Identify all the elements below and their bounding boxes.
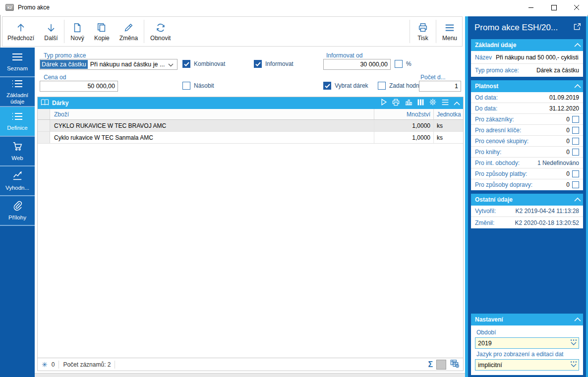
section-platnost: Platnost Od data: 01.09.2019 Do data: 31… [471, 80, 583, 190]
field-row: Změnil: K2 2020-02-18 13:20:52 [471, 217, 583, 228]
row-checkbox[interactable] [572, 149, 579, 156]
edit-button[interactable]: Změna [115, 17, 143, 46]
toolbar-separator [64, 20, 64, 43]
row-checkbox[interactable] [572, 116, 579, 123]
column-header-jednotka[interactable]: Jednotka [433, 109, 463, 119]
maximize-button[interactable] [542, 0, 565, 15]
grid-status-bar: ✳ 0 Počet záznamů: 2 Σ [38, 358, 463, 371]
sidebar-item-definice[interactable]: Definice [0, 107, 35, 137]
checkbox-box [182, 82, 190, 90]
detail-list-icon [11, 111, 24, 123]
combobox-rest-text: Při nákupu nad částku je ... [88, 61, 167, 68]
row-checkbox[interactable] [572, 138, 579, 145]
checkbox-box [254, 60, 262, 68]
chevron-down-icon [168, 60, 174, 69]
title-bar: K2 Promo akce [0, 0, 588, 15]
toolbar-separator [410, 20, 410, 43]
menu-button[interactable]: Menu [437, 17, 462, 46]
pocet-d-input[interactable] [419, 81, 461, 92]
section-header[interactable]: Nastavení [471, 314, 583, 325]
grid-menu-icon[interactable] [441, 99, 449, 108]
section-header[interactable]: Platnost [471, 80, 583, 92]
sidebar-item-vyhodnoceni[interactable]: Vyhodn... [0, 166, 35, 196]
flake-count: 0 [52, 361, 55, 368]
sidebar-item-seznam[interactable]: Seznam [0, 48, 35, 77]
panel-header: Promo akce ESH/20... [468, 16, 586, 39]
right-properties-panel: Promo akce ESH/20... Základní údaje Náze… [465, 16, 588, 377]
column-header-mnozstvi[interactable]: Množství [374, 109, 433, 119]
darky-grid-header: Dárky [38, 97, 463, 109]
toolbar-spacer [176, 17, 409, 46]
chevron-up-icon [574, 42, 581, 49]
sidebar-item-web[interactable]: Web [0, 137, 35, 166]
jazyk-label: Jazyk pro zobrazení a editaci dat [476, 351, 579, 358]
obdobi-label: Období [476, 329, 579, 336]
grid-empty-area [38, 144, 463, 358]
print-button[interactable]: Tisk [411, 17, 435, 46]
row-checkbox[interactable] [572, 170, 579, 177]
jazyk-dropdown[interactable]: implicitní [475, 359, 579, 371]
run-icon[interactable] [381, 99, 387, 108]
checkbox-box [395, 60, 403, 68]
table-row[interactable]: Cyklo rukavice W TEC Sanmala AMC 1,0000 … [38, 132, 463, 144]
nasobit-checkbox[interactable]: Násobit [182, 82, 214, 90]
informovat-od-input[interactable] [323, 59, 391, 70]
previous-button[interactable]: Předchozí [2, 17, 39, 46]
copy-table-plus-icon[interactable] [450, 359, 459, 370]
kombinovat-checkbox[interactable]: Kombinovat [182, 60, 225, 68]
record-count: Počet záznamů: 2 [63, 361, 111, 368]
typ-promo-akce-label: Typ promo akce [44, 52, 86, 59]
informovat-checkbox[interactable]: Informovat [254, 60, 294, 68]
zadat-hodnotu-checkbox[interactable]: Zadat hodn... [378, 82, 424, 90]
field-row: Pro způsoby platby: 0 [471, 168, 583, 179]
darky-grid-panel: Dárky Zboží Množství Jednotka [37, 97, 464, 371]
row-marker-column [38, 109, 50, 119]
hamburger-icon [444, 22, 456, 33]
section-zakladni-udaje: Základní údaje Název Při nákupu nad 50 0… [471, 39, 583, 77]
field-row: Do data: 31.12.2020 [471, 103, 583, 114]
section-ostatni-udaje: Ostatní údaje Vytvořil: K2 2019-04-24 11… [471, 194, 583, 228]
arrow-down-icon [46, 22, 57, 33]
print-grid-icon[interactable] [392, 99, 400, 108]
sidebar-item-prilohy[interactable]: Přílohy [0, 196, 35, 226]
chevron-up-icon [574, 316, 581, 323]
combobox-selected-text: Dárek za částku [40, 60, 88, 69]
chevron-up-icon [574, 196, 581, 203]
refresh-button[interactable]: Obnovit [145, 17, 176, 46]
sum-sigma-icon[interactable]: Σ [428, 360, 433, 369]
new-button[interactable]: Nový [65, 17, 89, 46]
toolbar-separator [144, 20, 144, 43]
gray-square-button[interactable] [436, 360, 446, 370]
row-marker [38, 132, 50, 143]
close-button[interactable] [565, 0, 588, 15]
columns-icon[interactable] [417, 99, 424, 108]
table-row[interactable]: CYKLO RUKAVICE W TEC BRAVOJ AMC 1,0000 k… [38, 120, 463, 132]
section-header[interactable]: Základní údaje [471, 39, 583, 51]
field-row: Pro cenové skupiny: 0 [471, 136, 583, 147]
row-checkbox[interactable] [572, 127, 579, 134]
minimize-button[interactable] [520, 0, 542, 15]
status-separator [59, 361, 59, 369]
typ-promo-akce-combobox[interactable]: Dárek za částku Při nákupu nad částku je… [40, 59, 177, 70]
field-row: Pro knihy: 0 [471, 147, 583, 158]
obdobi-dropdown[interactable]: 2019 [475, 337, 579, 349]
main-content: Typ promo akce Dárek za částku Při nákup… [35, 48, 465, 377]
percent-checkbox[interactable]: % [395, 60, 412, 68]
row-marker [38, 120, 50, 131]
toolbar-separator [436, 20, 436, 43]
cena-od-input[interactable] [40, 81, 118, 92]
open-external-icon[interactable] [573, 23, 581, 33]
vybrat-darek-checkbox[interactable]: Vybrat dárek [323, 82, 368, 90]
horizontal-scroll-area[interactable] [35, 373, 465, 377]
row-checkbox[interactable] [572, 181, 579, 188]
next-button[interactable]: Další [39, 17, 63, 46]
column-header-zbozi[interactable]: Zboží [50, 111, 374, 118]
sidebar-item-zakladni-udaje[interactable]: Základní údaje [0, 77, 35, 107]
bar-chart-icon[interactable] [405, 99, 412, 108]
field-row: Typ promo akce: Dárek za částku [471, 64, 583, 77]
copy-button[interactable]: Kopie [89, 17, 115, 46]
panel-title: Promo akce ESH/20... [474, 23, 573, 33]
settings-gear-icon[interactable] [429, 98, 437, 108]
collapse-chevron-icon[interactable] [454, 99, 460, 108]
section-header[interactable]: Ostatní údaje [471, 194, 583, 206]
